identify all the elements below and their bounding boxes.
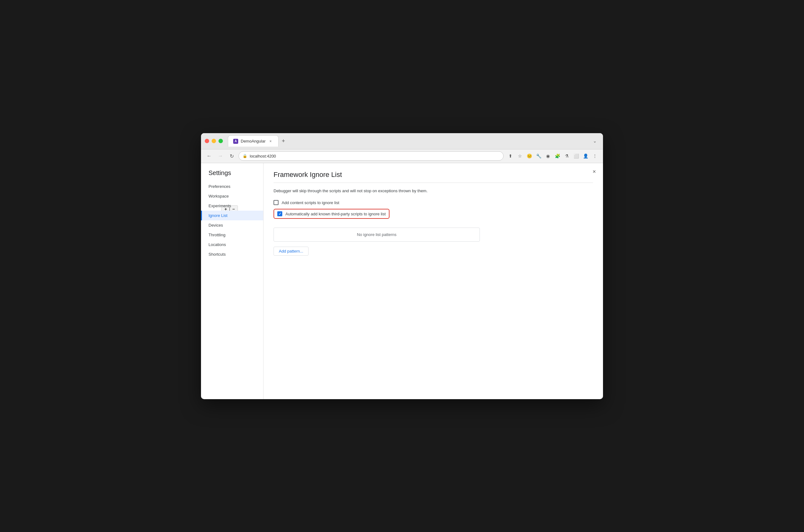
title-bar: A DemoAngular × + ⌄: [201, 133, 603, 149]
no-patterns-box: No ignore list patterns: [273, 228, 480, 242]
panel-title: Framework Ignore List: [273, 171, 593, 179]
tab-title: DemoAngular: [241, 139, 266, 144]
tab-close-button[interactable]: ×: [268, 139, 273, 144]
window-collapse-button[interactable]: ⌄: [591, 137, 599, 145]
sidebar-item-devices[interactable]: Devices: [201, 220, 263, 230]
reload-button[interactable]: ↻: [227, 152, 236, 160]
extension3-button[interactable]: ◉: [543, 152, 552, 160]
checkbox-third-party[interactable]: ✓: [277, 211, 282, 216]
checkbox-third-party-label: Automatically add known third-party scri…: [285, 212, 386, 216]
tab-bar: A DemoAngular × +: [228, 135, 588, 147]
checkbox-highlighted-wrapper: ✓ Automatically add known third-party sc…: [273, 209, 593, 223]
settings-title: Settings: [201, 169, 263, 182]
lock-icon: 🔒: [243, 154, 247, 158]
extension6-button[interactable]: ⬜: [572, 152, 580, 160]
extension1-button[interactable]: 😐: [525, 152, 534, 160]
maximize-traffic-light[interactable]: [218, 139, 223, 143]
sidebar-item-preferences[interactable]: Preferences: [201, 182, 263, 191]
url-text: localhost:4200: [250, 154, 276, 158]
extension2-button[interactable]: 🔧: [534, 152, 543, 160]
checkbox-row-third-party: ✓ Automatically add known third-party sc…: [273, 209, 389, 219]
add-pattern-button[interactable]: Add pattern...: [273, 247, 308, 256]
no-patterns-text: No ignore list patterns: [357, 232, 396, 237]
nav-action-buttons: ⬆ ☆ 😐 🔧 ◉ 🧩 ⚗ ⬜ 👤 ⋮: [506, 152, 599, 160]
settings-sidebar: Settings Preferences Workspace Experimen…: [201, 163, 264, 399]
panel-close-button[interactable]: ×: [591, 168, 598, 176]
active-tab[interactable]: A DemoAngular ×: [228, 135, 279, 147]
forward-button[interactable]: →: [216, 152, 225, 160]
sidebar-item-shortcuts[interactable]: Shortcuts: [201, 249, 263, 259]
sidebar-item-locations[interactable]: Locations: [201, 240, 263, 249]
bookmark-button[interactable]: ☆: [515, 152, 524, 160]
tab-favicon: A: [233, 139, 238, 144]
new-tab-button[interactable]: +: [279, 136, 289, 146]
profile-button[interactable]: 👤: [581, 152, 590, 160]
extension4-button[interactable]: 🧩: [553, 152, 562, 160]
checkbox-content-scripts[interactable]: [273, 200, 279, 205]
checkmark-icon: ✓: [279, 212, 281, 216]
traffic-lights: [205, 139, 223, 143]
panel-description: Debugger will skip through the scripts a…: [273, 188, 593, 194]
browser-controls: ⌄: [591, 137, 599, 145]
back-button[interactable]: ←: [205, 152, 213, 160]
nav-bar: ← → ↻ 🔒 localhost:4200 ⬆ ☆ 😐 🔧 ◉ 🧩 ⚗ ⬜ 👤…: [201, 149, 603, 163]
close-traffic-light[interactable]: [205, 139, 209, 143]
panel-divider: [273, 183, 593, 183]
share-button[interactable]: ⬆: [506, 152, 515, 160]
extension5-button[interactable]: ⚗: [562, 152, 571, 160]
address-bar[interactable]: 🔒 localhost:4200: [238, 151, 503, 161]
menu-button[interactable]: ⋮: [591, 152, 599, 160]
minimize-traffic-light[interactable]: [212, 139, 216, 143]
sidebar-item-ignore-list[interactable]: Ignore List: [201, 211, 263, 220]
browser-window: A DemoAngular × + ⌄ ← → ↻ 🔒 localhost:42…: [201, 133, 603, 399]
sidebar-item-throttling[interactable]: Throttling: [201, 230, 263, 240]
checkbox-content-scripts-label: Add content scripts to ignore list: [282, 201, 339, 205]
main-panel: × Framework Ignore List Debugger will sk…: [264, 163, 603, 399]
content-area: + | − Settings Preferences Workspace Exp…: [201, 163, 603, 399]
sidebar-item-workspace[interactable]: Workspace: [201, 191, 263, 201]
checkbox-row-content-scripts: Add content scripts to ignore list: [273, 200, 593, 205]
sidebar-item-experiments[interactable]: Experiments: [201, 201, 263, 211]
